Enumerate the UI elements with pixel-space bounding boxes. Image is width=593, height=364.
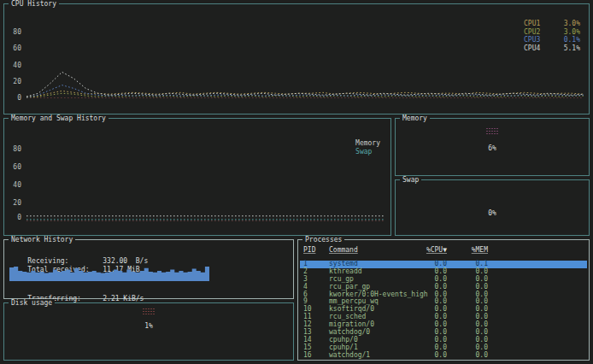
memory-swap-legend: Memory Swap xyxy=(355,139,380,156)
cpu2-value: 3.0% xyxy=(564,28,580,37)
memory-gauge-value: 6% xyxy=(396,144,589,152)
cpu-legend-row-4: CPU4 5.1% xyxy=(524,44,580,53)
swap-gauge-title: Swap xyxy=(400,176,421,184)
transferring-value: 2.21 KiB/s xyxy=(103,295,144,302)
process-row[interactable]: 16 watchdog/1 0.0 0.0 xyxy=(300,352,587,360)
disk-gauge-value: 1% xyxy=(4,322,293,330)
column-header-mem[interactable]: %MEM xyxy=(459,247,488,255)
memory-swap-history-title: Memory and Swap History xyxy=(9,114,109,122)
processes-header-row: PID Command %CPU▼ %MEM xyxy=(300,247,587,255)
cpu-ytick-80: 80 xyxy=(8,29,21,36)
gtop-terminal-screen: { "colors": { "background": "#1e1f1e", "… xyxy=(0,0,593,364)
processes-title: Processes xyxy=(302,236,344,244)
disk-gauge-dots xyxy=(143,308,156,314)
swap-legend-label: Swap xyxy=(355,148,380,156)
cpu4-label: CPU4 xyxy=(524,44,540,53)
network-history-panel: Network History Receiving:332.00 B/s Tot… xyxy=(3,239,294,299)
memory-swap-history-panel: Memory and Swap History 80 60 40 20 0 Me… xyxy=(3,118,391,236)
process-mem: 0.0 xyxy=(459,352,488,360)
cpu-history-panel: CPU History 80 60 40 20 0 CPU1 3.0% CPU2… xyxy=(3,3,590,114)
cpu-history-chart xyxy=(26,16,584,98)
swap-gauge-value: 0% xyxy=(396,209,589,217)
cpu-ytick-60: 60 xyxy=(8,45,21,52)
cpu-legend-row-2: CPU2 3.0% xyxy=(524,28,580,37)
cpu2-label: CPU2 xyxy=(524,28,540,37)
process-rows: 1 systemd 0.0 0.1 2 kthreadd 0.0 0.0 3 r… xyxy=(300,261,587,360)
memory-gauge-dots xyxy=(486,127,499,134)
column-header-cpu-sort[interactable]: %CPU▼ xyxy=(418,247,447,255)
memswap-ytick-80: 80 xyxy=(8,146,21,153)
process-pid: 16 xyxy=(303,352,329,360)
cpu4-value: 5.1% xyxy=(564,44,580,53)
cpu-ytick-0: 0 xyxy=(8,95,21,102)
memory-gauge-panel: Memory 6% xyxy=(395,118,590,176)
cpu-ytick-20: 20 xyxy=(8,79,21,85)
memswap-ytick-60: 60 xyxy=(8,164,21,171)
cpu3-label: CPU3 xyxy=(524,36,540,44)
disk-usage-title: Disk usage xyxy=(9,299,55,307)
cpu1-value: 3.0% xyxy=(564,20,580,28)
memswap-ytick-0: 0 xyxy=(8,214,21,221)
cpu1-label: CPU1 xyxy=(524,20,540,28)
cpu-legend-row-1: CPU1 3.0% xyxy=(524,20,580,28)
column-header-command[interactable]: Command xyxy=(329,247,418,255)
process-command: watchdog/1 xyxy=(329,352,418,360)
memory-gauge-title: Memory xyxy=(400,114,430,122)
disk-usage-panel: Disk usage 1% xyxy=(3,302,294,361)
cpu-ytick-40: 40 xyxy=(8,62,21,69)
cpu3-value: 0.1% xyxy=(564,36,580,44)
network-sparkline xyxy=(9,267,209,281)
cpu-legend-row-3: CPU3 0.1% xyxy=(524,36,580,44)
memswap-ytick-20: 20 xyxy=(8,200,21,207)
memswap-ytick-40: 40 xyxy=(8,182,21,189)
memory-swap-chart xyxy=(26,132,385,221)
cpu-history-title: CPU History xyxy=(9,0,59,8)
memory-legend-label: Memory xyxy=(355,139,380,148)
cpu-legend: CPU1 3.0% CPU2 3.0% CPU3 0.1% CPU4 5.1% xyxy=(524,20,580,52)
network-history-title: Network History xyxy=(9,236,75,244)
process-cpu: 0.0 xyxy=(418,352,447,360)
swap-gauge-panel: Swap 0% xyxy=(395,179,590,236)
column-header-pid[interactable]: PID xyxy=(303,247,329,255)
processes-panel: Processes PID Command %CPU▼ %MEM 1 syste… xyxy=(297,239,590,361)
